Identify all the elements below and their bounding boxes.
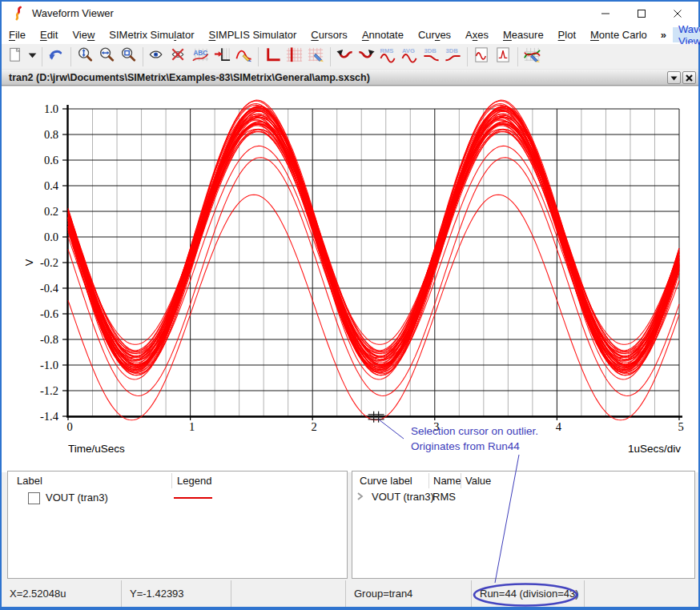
add-impulse-plot-icon [494,46,513,67]
menu-measure[interactable]: Measure [496,26,551,43]
measure-rms-button[interactable]: RMS [377,46,399,67]
edit-axis-button[interactable] [305,46,327,67]
curve-visibility-checkbox[interactable] [28,492,40,504]
svg-text:0.0: 0.0 [44,231,58,243]
menu-plot[interactable]: Plot [551,26,583,43]
column-separator [428,473,429,488]
svg-text:4: 4 [556,420,562,433]
new-grid-divider-button[interactable] [284,46,305,67]
svg-text:1.0: 1.0 [44,102,58,115]
svg-text:-0.4: -0.4 [40,282,59,295]
add-sine-plot-button[interactable] [471,46,493,67]
zoom-x-axis-icon [98,46,116,67]
menu-monte-carlo[interactable]: Monte Carlo [583,26,654,43]
window-title: Waveform Viewer [32,7,114,19]
menu-axes[interactable]: Axes [458,26,496,43]
svg-text:2: 2 [312,420,317,433]
undo-button[interactable] [46,46,67,67]
hide-curves-button[interactable] [168,46,190,67]
status-cell-group: Group=tran4 [346,580,472,607]
zoom-x-axis-button[interactable] [96,46,118,67]
svg-text:-1.4: -1.4 [40,410,59,423]
svg-text:0: 0 [66,420,72,433]
toolbar-group [46,46,67,67]
new-axis-button[interactable] [262,46,284,67]
menu-view[interactable]: View [65,26,102,43]
svg-text:3DB: 3DB [424,47,436,54]
hide-curves-icon [170,46,188,67]
svg-text:-0.2: -0.2 [40,256,58,269]
measure-row[interactable]: VOUT (tran3)RMS [352,491,694,507]
menu-bar: FileEditViewSIMetrix SimulatorSIMPLIS Si… [2,26,698,44]
waveform-viewer-window: Waveform Viewer FileEditViewSIMetrix Sim… [0,0,700,610]
zoom-rectangle-button[interactable] [118,46,139,67]
measure-avg-button[interactable]: AVG [399,46,420,67]
close-icon [671,7,684,20]
expand-chevron-icon[interactable] [356,492,364,504]
measure-3db-lowpass-button[interactable]: 3DB [420,46,442,67]
toolbar-separator [143,47,143,66]
close-button[interactable] [659,2,695,26]
measure-3db-highpass-button[interactable]: 3DB [442,46,464,67]
status-cell-x: X=2.52048u [2,580,122,607]
svg-text:3: 3 [433,420,439,433]
new-plot-dropdown-button[interactable] [26,46,38,67]
menu-annotate[interactable]: Annotate [355,26,411,43]
edit-curve-icon [235,46,253,67]
toolbar-separator [330,47,331,66]
status-cell-empty-2 [231,580,346,607]
toolbar-separator [467,47,468,66]
menu-cursors[interactable]: Cursors [304,26,355,43]
tab-list-dropdown-button[interactable] [667,71,681,84]
waveform-chart[interactable]: -1.4-1.2-1.0-0.8-0.6-0.4-0.20.00.20.40.6… [2,86,698,473]
column-separator [461,473,461,488]
axis-ticks [62,109,679,420]
edit-curve-button[interactable] [233,46,255,67]
curve-legend-swatch [174,497,212,499]
measure-3db-highpass-icon: 3DB [444,46,462,67]
toolbar-group [74,46,139,67]
svg-text:0.2: 0.2 [44,205,58,218]
toolbar: ABCRMSAVG3DB3DB [2,44,698,69]
svg-text:3DB: 3DB [445,47,458,54]
svg-text:0.4: 0.4 [44,179,59,192]
graph-tab-title: tran2 (D:\jrw\Documents\SIMetrix\Example… [9,72,370,83]
x-scale-note: 1uSecs/div [628,443,681,455]
graph-pane: -1.4-1.2-1.0-0.8-0.6-0.4-0.20.00.20.40.6… [2,86,698,472]
measure-name: RMS [432,491,456,503]
maximize-button[interactable] [623,2,659,26]
graph-tab-bar: tran2 (D:\jrw\Documents\SIMetrix\Example… [2,69,698,86]
menu-curves[interactable]: Curves [411,26,458,43]
show-curves-button[interactable] [147,46,168,67]
curve-label: VOUT (tran3) [46,492,108,504]
svg-text:0.6: 0.6 [44,154,58,167]
menu-overflow-chevron[interactable]: » [654,29,673,41]
new-plot-dropdown-icon [23,46,42,67]
tab-close-button[interactable] [682,71,696,84]
maximize-icon [635,7,648,20]
menu-file[interactable]: File [2,26,33,43]
column-separator [171,473,172,488]
menu-edit[interactable]: Edit [33,26,65,43]
add-sine-plot-icon [473,46,491,67]
status-cell-y: Y=-1.42393 [122,580,231,607]
shift-curve-left-button[interactable] [334,46,356,67]
annotate-text-button[interactable]: ABC [190,46,211,67]
minimize-button[interactable] [587,2,623,26]
toolbar-group: ABC [147,46,255,67]
add-impulse-plot-button[interactable] [493,46,514,67]
monte-carlo-curves[interactable] [68,100,679,420]
window-selector-dropdown[interactable]: Waveform Viewer [673,27,700,42]
move-axis-button[interactable] [211,46,233,67]
svg-text:-1.2: -1.2 [40,384,58,397]
undo-icon [47,46,66,67]
graph-settings-button[interactable] [521,46,543,67]
menu-simplis-simulator[interactable]: SIMPLIS Simulator [202,26,304,43]
menu-simetrix-simulator[interactable]: SIMetrix Simulator [102,26,201,43]
shift-curve-right-button[interactable] [356,46,377,67]
zoom-y-axis-button[interactable] [74,46,96,67]
toolbar-group [521,46,543,67]
measure-header-curve-label: Curve label [360,475,412,487]
legend-row[interactable]: VOUT (tran3) [8,492,347,508]
toolbar-separator [258,47,259,66]
